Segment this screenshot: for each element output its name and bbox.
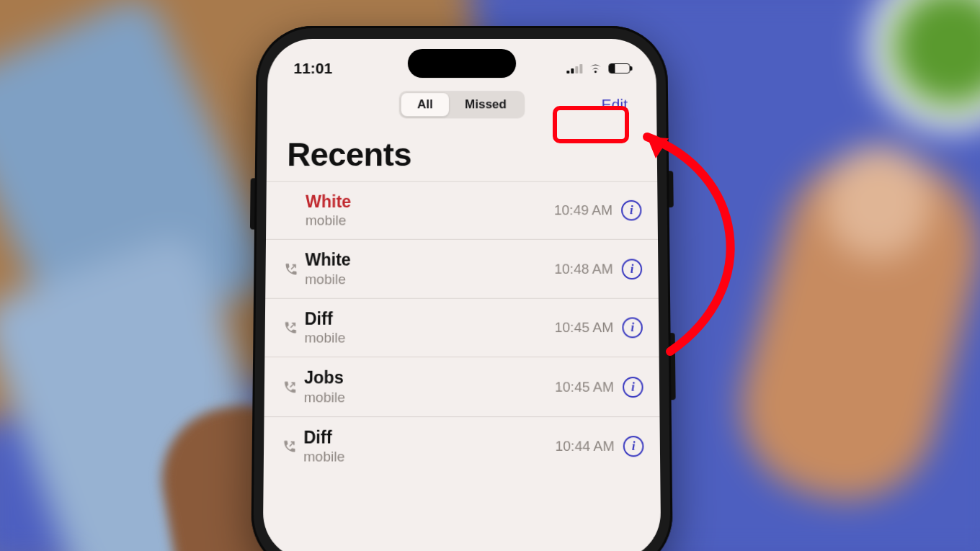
call-time: 10:49 AM: [554, 202, 612, 218]
outgoing-call-icon: [281, 321, 300, 336]
cellular-icon: [566, 63, 582, 73]
outgoing-call-icon: [282, 261, 301, 276]
call-name: Diff: [303, 427, 555, 447]
call-time: 10:45 AM: [555, 320, 614, 336]
call-type: mobile: [306, 213, 554, 229]
call-type: mobile: [304, 330, 554, 346]
call-name: White: [306, 192, 554, 212]
filter-segmented-control[interactable]: All Missed: [399, 91, 525, 118]
call-row[interactable]: Whitemobile10:48 AMi: [265, 239, 659, 297]
status-time: 11:01: [293, 60, 332, 77]
call-row[interactable]: Diffmobile10:45 AMi: [264, 298, 659, 357]
segment-all[interactable]: All: [401, 93, 449, 116]
dynamic-island: [408, 49, 516, 78]
call-type: mobile: [305, 272, 554, 288]
call-row[interactable]: Diffmobile10:44 AMi: [264, 416, 661, 476]
call-time: 10:45 AM: [555, 379, 614, 395]
info-icon[interactable]: i: [623, 436, 644, 457]
call-name: White: [305, 251, 554, 270]
call-time: 10:44 AM: [555, 438, 614, 454]
info-icon[interactable]: i: [622, 318, 643, 339]
call-name: Jobs: [304, 368, 555, 388]
recents-list[interactable]: Whitemobile10:49 AMiWhitemobile10:48 AMi…: [264, 181, 661, 475]
call-row[interactable]: Jobsmobile10:45 AMi: [264, 357, 660, 416]
outgoing-call-icon: [280, 439, 300, 454]
call-name: Diff: [305, 309, 555, 328]
call-row[interactable]: Whitemobile10:49 AMi: [266, 181, 658, 239]
call-type: mobile: [303, 449, 556, 465]
call-type: mobile: [304, 389, 555, 406]
info-icon[interactable]: i: [621, 200, 642, 221]
battery-icon: [608, 63, 630, 73]
segment-missed[interactable]: Missed: [449, 93, 522, 116]
info-icon[interactable]: i: [623, 377, 643, 398]
outgoing-call-icon: [280, 380, 300, 395]
info-icon[interactable]: i: [622, 259, 643, 279]
wifi-icon: [588, 63, 602, 73]
annotation-highlight-box: [553, 106, 629, 143]
call-time: 10:48 AM: [554, 261, 612, 277]
iphone-device: 11:01 All Missed Edit Recents Whitemobil…: [251, 26, 673, 551]
